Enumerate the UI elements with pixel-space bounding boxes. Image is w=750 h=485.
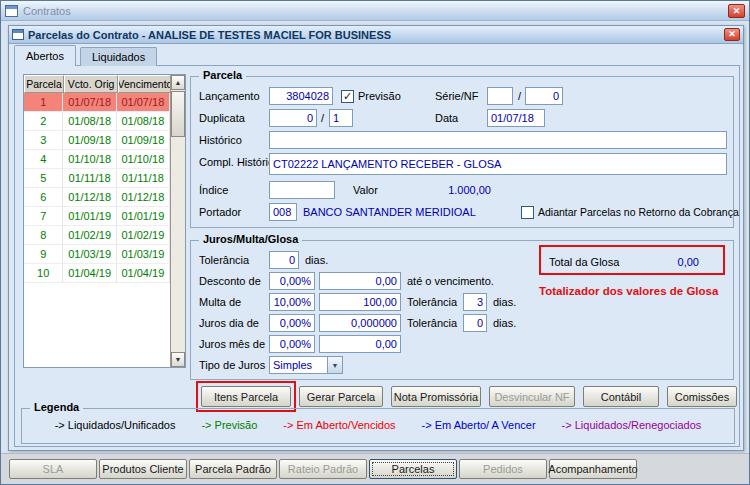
cell-vcto-orig[interactable]: 01/11/18	[63, 169, 116, 188]
juros-dia-valor-input[interactable]	[319, 314, 401, 332]
checkbox-check-icon[interactable]: ✓	[341, 90, 354, 103]
itens-parcela-button[interactable]: Itens Parcela	[201, 386, 291, 407]
dialog-title: Parcelas do Contrato - ANALISE DE TESTES…	[28, 29, 391, 41]
tab-abertos[interactable]: Abertos	[14, 45, 76, 66]
cell-parcela[interactable]: 8	[24, 226, 63, 245]
valor-label: Valor	[353, 181, 378, 199]
cell-parcela[interactable]: 10	[24, 264, 63, 283]
nf-input[interactable]	[525, 87, 563, 105]
parcela-padrao-button[interactable]: Parcela Padrão	[189, 459, 277, 479]
legend-item: -> Previsão	[201, 419, 257, 431]
cell-vencimento[interactable]: 01/09/18	[117, 131, 170, 150]
cell-parcela[interactable]: 7	[24, 207, 63, 226]
portador-input[interactable]	[269, 203, 297, 221]
cell-vcto-orig[interactable]: 01/04/19	[63, 264, 116, 283]
data-input[interactable]	[487, 109, 545, 127]
desconto-valor-input[interactable]	[319, 272, 401, 290]
window-titlebar[interactable]: Contratos ✕	[1, 1, 749, 21]
grid-scrollbar[interactable]: ▲ ▼	[170, 75, 185, 367]
cell-parcela[interactable]: 3	[24, 131, 63, 150]
juros-dia-suffix: dias.	[493, 314, 516, 332]
cell-vencimento[interactable]: 01/11/18	[117, 169, 170, 188]
grid-row[interactable]: 501/11/1801/11/18	[24, 169, 170, 188]
tipo-juros-select[interactable]: Simples ▼	[269, 356, 343, 374]
grid-row[interactable]: 901/03/1901/03/19	[24, 245, 170, 264]
scroll-down-icon[interactable]: ▼	[171, 352, 185, 367]
cell-parcela[interactable]: 1	[24, 93, 63, 112]
cell-vcto-orig[interactable]: 01/10/18	[63, 150, 116, 169]
cell-vcto-orig[interactable]: 01/02/19	[63, 226, 116, 245]
multa-tolerancia-label: Tolerância	[407, 293, 457, 311]
acompanhamento-button[interactable]: Acompanhamento	[549, 459, 637, 479]
dialog-titlebar[interactable]: Parcelas do Contrato - ANALISE DE TESTES…	[9, 26, 743, 44]
grid-row[interactable]: 1001/04/1901/04/19	[24, 264, 170, 283]
juros-mes-valor-input[interactable]	[319, 335, 401, 353]
grid-row[interactable]: 101/07/1801/07/18	[24, 93, 170, 112]
cell-vencimento[interactable]: 01/08/18	[117, 112, 170, 131]
lancamento-input[interactable]	[269, 87, 333, 105]
scroll-up-icon[interactable]: ▲	[171, 75, 185, 90]
duplicata-input[interactable]	[269, 109, 317, 127]
cell-vencimento[interactable]: 01/07/18	[117, 93, 170, 112]
grid-row[interactable]: 201/08/1801/08/18	[24, 112, 170, 131]
tolerancia-input[interactable]	[269, 251, 299, 269]
grid-row[interactable]: 601/12/1801/12/18	[24, 188, 170, 207]
dialog-close-icon[interactable]: ✕	[724, 28, 740, 41]
parcela-group-title: Parcela	[199, 69, 246, 81]
compl-historico-input[interactable]	[269, 153, 727, 175]
cell-parcela[interactable]: 6	[24, 188, 63, 207]
multa-pct-input[interactable]	[269, 293, 315, 311]
juros-dia-pct-input[interactable]	[269, 314, 315, 332]
cell-vcto-orig[interactable]: 01/08/18	[63, 112, 116, 131]
multa-tolerancia-input[interactable]	[463, 293, 487, 311]
serie-input[interactable]	[487, 87, 513, 105]
cell-vencimento[interactable]: 01/02/19	[117, 226, 170, 245]
window-close-icon[interactable]: ✕	[728, 4, 745, 18]
cell-parcela[interactable]: 2	[24, 112, 63, 131]
scroll-thumb[interactable]	[171, 91, 185, 137]
juros-mes-pct-input[interactable]	[269, 335, 315, 353]
valor-value: 1.000,00	[431, 181, 491, 199]
tolerancia-suffix: dias.	[305, 251, 328, 269]
action-button-row: Itens ParcelaGerar ParcelaNota Promissór…	[15, 386, 741, 407]
grid-row[interactable]: 801/02/1901/02/19	[24, 226, 170, 245]
cell-vencimento[interactable]: 01/12/18	[117, 188, 170, 207]
parcelas-button[interactable]: Parcelas	[369, 459, 457, 479]
cell-vencimento[interactable]: 01/04/19	[117, 264, 170, 283]
grid-row[interactable]: 701/01/1901/01/19	[24, 207, 170, 226]
gerar-parcela-button[interactable]: Gerar Parcela	[299, 386, 383, 407]
grid-row[interactable]: 301/09/1801/09/18	[24, 131, 170, 150]
cell-vcto-orig[interactable]: 01/09/18	[63, 131, 116, 150]
historico-input[interactable]	[269, 131, 727, 149]
indice-input[interactable]	[269, 181, 335, 199]
cell-parcela[interactable]: 5	[24, 169, 63, 188]
nota-promissoria-button[interactable]: Nota Promissória	[391, 386, 481, 407]
grid-row[interactable]: 401/10/1801/10/18	[24, 150, 170, 169]
grid-col-vencimento: Vencimento	[118, 75, 172, 93]
cell-vencimento[interactable]: 01/01/19	[117, 207, 170, 226]
cell-parcela[interactable]: 9	[24, 245, 63, 264]
cell-vcto-orig[interactable]: 01/12/18	[63, 188, 116, 207]
juros-dia-tolerancia-input[interactable]	[463, 314, 487, 332]
contabil-button[interactable]: Contábil	[583, 386, 659, 407]
cell-parcela[interactable]: 4	[24, 150, 63, 169]
legend-item: -> Liquidados/Unificados	[55, 419, 176, 431]
sla-button: SLA	[9, 459, 97, 479]
legend-items: -> Liquidados/Unificados-> Previsão-> Em…	[22, 419, 734, 431]
previsao-checkbox[interactable]: ✓ Previsão	[341, 87, 401, 105]
tipo-juros-label: Tipo de Juros	[199, 356, 265, 374]
cell-vcto-orig[interactable]: 01/03/19	[63, 245, 116, 264]
cell-vcto-orig[interactable]: 01/01/19	[63, 207, 116, 226]
produtos-cliente-button[interactable]: Produtos Cliente	[99, 459, 187, 479]
desconto-pct-input[interactable]	[269, 272, 315, 290]
adiantar-checkbox[interactable]: Adiantar Parcelas no Retorno da Cobrança	[521, 203, 739, 221]
adiantar-checkbox-box[interactable]	[521, 206, 534, 219]
multa-valor-input[interactable]	[319, 293, 401, 311]
cell-vencimento[interactable]: 01/10/18	[117, 150, 170, 169]
tab-liquidados[interactable]: Liquidados	[80, 47, 157, 66]
cell-vencimento[interactable]: 01/03/19	[117, 245, 170, 264]
cell-vcto-orig[interactable]: 01/07/18	[63, 93, 116, 112]
duplicata-seq-input[interactable]	[329, 109, 353, 127]
comissoes-button[interactable]: Comissões	[667, 386, 737, 407]
dropdown-arrow-icon[interactable]: ▼	[327, 357, 342, 373]
